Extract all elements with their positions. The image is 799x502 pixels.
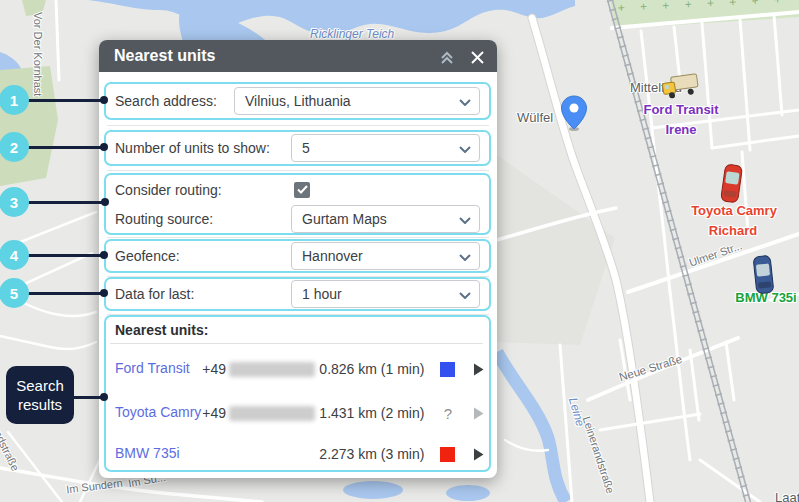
divider <box>110 343 483 344</box>
search-address-label: Search address: <box>115 93 217 109</box>
unit-distance: 0.826 km (1 min) <box>319 360 434 378</box>
search-address-value: Vilnius, Lithuania <box>245 93 351 109</box>
unit-link[interactable]: BMW 735i <box>115 444 202 464</box>
chevron-down-icon <box>459 217 471 224</box>
geofence-label: Geofence: <box>115 248 180 264</box>
units-to-show-label: Number of units to show: <box>115 140 270 156</box>
phone-blurred <box>229 362 315 377</box>
units-to-show-select[interactable]: 5 <box>291 134 480 162</box>
geofence-select[interactable]: Hannover <box>291 242 480 270</box>
phone-prefix: +49 <box>202 361 226 377</box>
play-button-disabled[interactable] <box>464 407 484 420</box>
divider <box>107 237 489 238</box>
collapse-icon[interactable] <box>438 48 456 66</box>
result-row-toyota-camry: Toyota Camry +49 1.431 km (2 min) ? <box>115 391 484 435</box>
step-badge-4: 4 <box>0 240 29 270</box>
units-to-show-value: 5 <box>302 140 310 156</box>
close-icon[interactable] <box>468 48 486 66</box>
data-for-last-select[interactable]: 1 hour <box>291 280 480 308</box>
unit-label-ford-transit: Ford Transit <box>643 102 718 117</box>
nearest-units-results: Nearest units: Ford Transit +49 0.826 km… <box>104 315 491 472</box>
geofence-field: Geofence: Hannover <box>104 239 491 273</box>
dialog-title: Nearest units <box>99 47 215 65</box>
nearest-units-dialog: Nearest units Search address: Vilnius, L… <box>99 40 497 478</box>
address-pin-icon[interactable] <box>560 95 588 133</box>
street-label-laatz: Laatz <box>775 490 799 502</box>
divider <box>107 125 489 126</box>
check-icon <box>297 185 308 194</box>
unit-link[interactable]: Ford Transit <box>115 359 202 379</box>
street-label-wulfel: Wülfel <box>517 110 553 125</box>
chevron-down-icon <box>459 99 471 106</box>
data-for-last-label: Data for last: <box>115 286 194 302</box>
result-row-bmw-735i: BMW 735i 2.273 km (3 min) <box>115 435 484 473</box>
geofence-value: Hannover <box>302 248 363 264</box>
screenshot-stage: + + + + + + + + + + + + <box>0 0 799 502</box>
search-results-callout: Search results <box>6 366 74 424</box>
callout-line-search-results <box>70 396 106 399</box>
track-color-unknown: ? <box>440 405 455 422</box>
water-label-ricklinger-teich: Ricklinger Teich <box>310 27 394 41</box>
driver-label-richard: Richard <box>709 223 757 238</box>
unit-distance: 1.431 km (2 min) <box>319 404 434 422</box>
bmw-735i-car-icon[interactable] <box>751 254 777 296</box>
consider-routing-checkbox[interactable] <box>294 182 310 198</box>
result-row-ford-transit: Ford Transit +49 0.826 km (1 min) <box>115 347 484 391</box>
consider-routing-label: Consider routing: <box>115 182 222 198</box>
play-button[interactable] <box>464 448 484 461</box>
step-badge-5: 5 <box>0 278 29 308</box>
unit-phone: +49 <box>202 361 319 377</box>
routing-source-select[interactable]: Gurtam Maps <box>291 205 480 233</box>
chevron-down-icon <box>459 292 471 299</box>
data-for-last-value: 1 hour <box>302 286 342 302</box>
play-button[interactable] <box>464 363 484 376</box>
chevron-down-icon <box>459 146 471 153</box>
track-color-chip <box>440 362 455 377</box>
driver-label-irene: Irene <box>665 122 696 137</box>
divider <box>107 170 489 171</box>
phone-prefix: +49 <box>202 405 226 421</box>
data-for-last-field: Data for last: 1 hour <box>104 277 491 311</box>
phone-blurred <box>229 406 315 421</box>
unit-distance: 2.273 km (3 min) <box>319 445 434 463</box>
dialog-header: Nearest units <box>99 40 497 72</box>
chevron-down-icon <box>459 254 471 261</box>
street-label-vor-der-kornhast: Vor Der Kornhast <box>32 12 44 96</box>
search-address-select[interactable]: Vilnius, Lithuania <box>234 87 480 115</box>
unit-label-toyota-camry: Toyota Camry <box>691 203 777 218</box>
routing-source-value: Gurtam Maps <box>302 211 387 227</box>
step-badge-1: 1 <box>0 85 29 115</box>
unit-link[interactable]: Toyota Camry <box>115 403 202 423</box>
step-badge-2: 2 <box>0 132 29 162</box>
track-color-chip <box>440 447 455 462</box>
routing-source-label: Routing source: <box>115 211 213 227</box>
ford-transit-truck-icon[interactable] <box>660 71 701 102</box>
unit-phone: +49 <box>202 405 319 421</box>
results-header: Nearest units: <box>115 322 208 338</box>
step-badge-3: 3 <box>0 187 29 217</box>
routing-field: Consider routing: Routing source: Gurtam… <box>104 173 491 235</box>
search-address-field: Search address: Vilnius, Lithuania <box>104 82 491 120</box>
units-to-show-field: Number of units to show: 5 <box>104 130 491 166</box>
